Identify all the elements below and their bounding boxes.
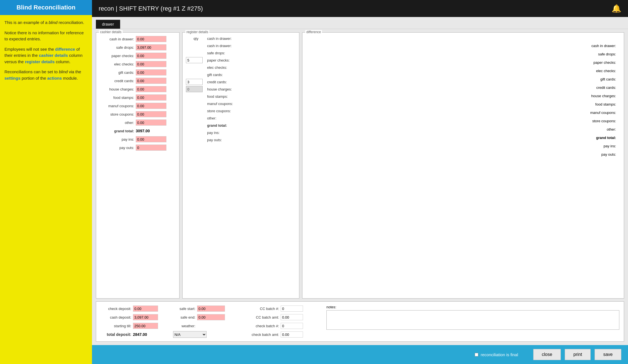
weather-label: weather: <box>173 324 195 328</box>
reg-cash-in-drawer-label: cash in drawer: <box>206 44 232 48</box>
cashier-paper-checks-row: paper checks: <box>100 52 176 59</box>
cashier-cash-in-drawer-label: cash in drawer: <box>100 37 136 41</box>
cashier-safe-drops-input[interactable] <box>136 44 166 50</box>
reg-pay-outs-row: pay outs: <box>186 136 296 143</box>
sidebar-para-4: Reconciliations can be set to blind via … <box>4 69 88 81</box>
check-batch-row: check batch #: <box>243 322 321 329</box>
diff-grand-total-label: grand total: <box>596 136 616 140</box>
print-button[interactable]: print <box>565 349 591 360</box>
weather-select-row: N/A Sunny Cloudy Rainy Snowy <box>173 331 237 338</box>
cashier-pay-ins-label: pay ins: <box>100 137 136 141</box>
main-panel: recon | SHIFT ENTRY (reg #1 Z #275) 🔔 dr… <box>92 0 628 364</box>
reg-paper-checks-qty[interactable] <box>186 57 203 63</box>
diff-cash-in-drawer-row: cash in drawer: <box>306 42 620 49</box>
cashier-pay-outs-row: pay outs: <box>100 144 176 151</box>
cashier-house-charges-input[interactable] <box>136 86 166 92</box>
cashier-gift-cards-label: gift cards: <box>100 70 136 75</box>
cc-batch-amt-row: CC batch amt: <box>243 314 321 321</box>
sidebar-para-2: Notice there is no information for refer… <box>4 30 88 42</box>
cash-deposit-input[interactable] <box>133 314 158 320</box>
diff-gift-cards-row: gift cards: <box>306 75 620 83</box>
cashier-grand-total-value: 3097.00 <box>136 129 150 133</box>
diff-store-coupons-label: store coupons: <box>592 119 616 123</box>
reg-paper-checks-label: paper checks: <box>206 58 230 62</box>
cash-deposit-label: cash deposit: <box>101 315 131 319</box>
footer: reconciliation is final close print save <box>92 345 628 364</box>
cashier-manuf-coupons-input[interactable] <box>136 103 166 109</box>
reconciliation-final-checkbox[interactable] <box>475 353 478 356</box>
cashier-cash-in-drawer-input[interactable] <box>136 36 166 42</box>
cashier-pay-ins-input[interactable] <box>136 136 166 142</box>
cashier-gift-cards-row: gift cards: <box>100 69 176 76</box>
save-button[interactable]: save <box>595 349 621 360</box>
cashier-paper-checks-label: paper checks: <box>100 54 136 58</box>
reg-house-charges-qty[interactable] <box>186 86 203 92</box>
diff-pay-outs-label: pay outs: <box>601 152 616 157</box>
diff-manuf-coupons-label: manuf coupons: <box>590 111 616 115</box>
cashier-food-stamps-input[interactable] <box>136 94 166 101</box>
starting-till-label: starting till: <box>101 324 131 328</box>
reg-house-charges-label: house charges: <box>206 87 232 91</box>
notes-label: notes: <box>326 305 619 309</box>
cashier-store-coupons-label: store coupons: <box>100 112 136 116</box>
weather-select[interactable]: N/A Sunny Cloudy Rainy Snowy <box>173 331 207 338</box>
cc-batch-input[interactable] <box>281 306 303 312</box>
cc-batch-amt-input[interactable] <box>281 314 303 320</box>
cashier-other-input[interactable] <box>136 119 166 126</box>
reg-gift-cards-row: gift cards: <box>186 71 296 78</box>
cashier-gift-cards-input[interactable] <box>136 69 166 75</box>
check-batch-input[interactable] <box>281 323 303 329</box>
diff-food-stamps-row: food stamps: <box>306 101 620 108</box>
cashier-details-label: cashier details <box>99 30 123 34</box>
check-batch-amt-input[interactable] <box>281 331 303 338</box>
reconciliation-final-label: reconciliation is final <box>481 352 518 357</box>
reg-credit-cards-qty[interactable] <box>186 79 203 85</box>
notes-textarea[interactable] <box>326 310 619 330</box>
tab-drawer[interactable]: drawer <box>96 20 120 29</box>
diff-pay-outs-row: pay outs: <box>306 151 620 158</box>
cashier-store-coupons-input[interactable] <box>136 111 166 117</box>
check-deposit-input[interactable] <box>133 306 158 312</box>
cashier-food-stamps-row: food stamps: <box>100 94 176 101</box>
reg-food-stamps-label: food stamps: <box>206 94 228 99</box>
bottom-group-2: safe start: safe end: weather: N/A Sunny… <box>173 305 237 338</box>
cashier-elec-checks-row: elec checks: <box>100 60 176 68</box>
reg-store-coupons-row: store coupons: <box>186 107 296 114</box>
check-deposit-label: check deposit: <box>101 307 131 311</box>
diff-credit-cards-label: credit cards: <box>596 85 616 90</box>
diff-house-charges-label: house charges: <box>591 94 616 98</box>
cashier-credit-cards-input[interactable] <box>136 78 166 84</box>
sidebar-title: Blind Reconciliation <box>0 0 92 15</box>
bottom-group-1: check deposit: cash deposit: starting ti… <box>101 305 168 338</box>
safe-end-input[interactable] <box>197 314 225 320</box>
diff-pay-ins-label: pay ins: <box>603 144 616 148</box>
cashier-elec-checks-input[interactable] <box>136 61 166 67</box>
cashier-elec-checks-label: elec checks: <box>100 62 136 66</box>
reg-grand-total-label: grand total: <box>206 123 227 128</box>
safe-start-input[interactable] <box>197 306 225 312</box>
starting-till-row: starting till: <box>101 322 168 329</box>
diff-other-row: other: <box>306 126 620 133</box>
reg-other-row: other: <box>186 114 296 122</box>
reg-col-header: cash in drawer: <box>206 36 232 41</box>
bottom-group-3: CC batch #: CC batch amt: check batch #:… <box>243 305 321 338</box>
reg-elec-checks-row: elec checks: <box>186 64 296 71</box>
cashier-pay-ins-row: pay ins: <box>100 136 176 143</box>
sidebar: Blind Reconciliation This is an example … <box>0 0 92 364</box>
cashier-grand-total-label: grand total: <box>100 129 136 133</box>
starting-till-input[interactable] <box>133 323 158 329</box>
cashier-other-row: other: <box>100 119 176 126</box>
cc-batch-label: CC batch #: <box>243 307 279 311</box>
cashier-cash-in-drawer-row: cash in drawer: <box>100 35 176 43</box>
diff-elec-checks-row: elec checks: <box>306 67 620 74</box>
reg-manuf-coupons-row: manuf coupons: <box>186 100 296 107</box>
difference-fields: cash in drawer: safe drops: paper checks… <box>306 42 620 158</box>
cashier-manuf-coupons-label: manuf coupons: <box>100 104 136 108</box>
diff-other-label: other: <box>607 127 616 131</box>
cashier-paper-checks-input[interactable] <box>136 53 166 59</box>
safe-start-label: safe start: <box>173 307 195 311</box>
diff-grand-total-row: grand total: <box>306 134 620 141</box>
reg-paper-checks-row: paper checks: <box>186 57 296 64</box>
close-button[interactable]: close <box>533 349 561 360</box>
cashier-pay-outs-input[interactable] <box>136 145 166 151</box>
